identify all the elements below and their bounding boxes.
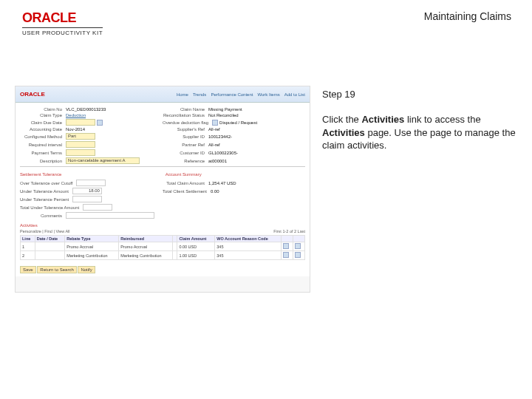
th: Rebate Type: [65, 236, 119, 242]
ss-activities-table: Line Date / Date Rebate Type Reimbursed …: [20, 235, 305, 260]
td: 0.00 USD: [177, 242, 215, 251]
delete-icon[interactable]: [295, 243, 301, 249]
delete-icon[interactable]: [295, 252, 301, 258]
td: [35, 251, 64, 260]
ss-lbl: Over Tolerance over Cutoff: [20, 181, 75, 185]
ss-lbl: Total Under Tolerance Amount: [20, 205, 81, 210]
ss-input[interactable]: [66, 149, 95, 156]
ss-lbl: Overdue deduction flag: [163, 120, 211, 125]
ss-input[interactable]: [76, 180, 106, 186]
th: Date / Date: [35, 236, 64, 242]
ss-personalize[interactable]: Personalize | Find | View All: [20, 229, 70, 233]
ss-body: Claim NoVLC_DED00013233 Claim NameMissin…: [16, 103, 310, 276]
td: [35, 242, 64, 251]
ss-val: VLC_DED00013233: [66, 107, 106, 112]
td: Marketing Contribution: [65, 251, 119, 260]
td: 1.00 USD: [177, 251, 215, 260]
ss-lbl: Claim No: [20, 107, 64, 112]
ss-val: 100123442-: [208, 134, 232, 139]
app-screenshot: ORACLE Home Trends Performance Content W…: [15, 86, 310, 293]
ss-tab-account[interactable]: Account Summary: [166, 172, 202, 177]
ss-activities-link[interactable]: Activities: [20, 223, 305, 228]
th: Claim Amount: [177, 236, 215, 242]
th: Line: [21, 236, 35, 242]
step-body: Click the Activities link to access the …: [322, 113, 517, 152]
ss-input[interactable]: Part: [66, 133, 95, 140]
ss-lbl: Customer ID: [163, 151, 207, 155]
ss-lbl: Required interval: [20, 143, 64, 147]
oracle-logo: ORACLE: [22, 10, 103, 26]
th: WO Account Reason Code: [215, 236, 282, 242]
ss-val: GL100022305-: [208, 151, 238, 155]
doc-header: ORACLE USER PRODUCTIVITY KIT Maintaining…: [0, 0, 532, 41]
ss-link-perf[interactable]: Performance Content: [211, 92, 253, 97]
ss-val: All-ref: [208, 127, 220, 132]
text: Click the: [322, 114, 361, 125]
ss-paging: First 1-2 of 2 Last: [273, 229, 305, 233]
calendar-icon[interactable]: [97, 120, 103, 126]
ss-val: 1,254.47 USD: [208, 181, 236, 185]
ss-lbl: Claim Name: [163, 107, 207, 112]
ss-lbl: Configured Method: [20, 134, 64, 139]
td: [282, 251, 293, 260]
text: link to access the: [404, 114, 480, 125]
th: Reimbursed: [119, 236, 173, 242]
ss-lbl: Description: [20, 159, 64, 163]
ss-input[interactable]: [66, 212, 154, 219]
return-button[interactable]: Return to Search: [37, 266, 76, 273]
ss-link-home[interactable]: Home: [177, 92, 188, 97]
step-title: Step 19: [322, 89, 517, 100]
ss-lbl: Total Client Settlement: [163, 189, 209, 194]
ss-input[interactable]: [66, 141, 95, 148]
ss-val: Disputed / Request: [219, 120, 257, 125]
th: [282, 236, 293, 242]
notify-button[interactable]: Notify: [78, 266, 95, 273]
ss-link-trends[interactable]: Trends: [193, 92, 206, 97]
ss-lbl: Supplier's Ref: [163, 127, 207, 132]
checkbox-icon[interactable]: [212, 120, 218, 126]
ss-lbl: Comments: [20, 214, 64, 218]
td: [293, 251, 305, 260]
ss-lbl: Accounting Date: [20, 127, 64, 132]
ss-val: Not Reconciled: [208, 113, 239, 117]
table-row: 1 Promo Accrual Promo Accrual 0.00 USD 3…: [21, 242, 305, 251]
ss-lbl: Reconciliation Status: [163, 113, 207, 117]
ss-input[interactable]: 18.00: [72, 188, 102, 194]
lookup-icon[interactable]: [283, 243, 289, 249]
activities-bold: Activities: [322, 127, 365, 138]
td: Promo Accrual: [65, 242, 119, 251]
ss-lbl: Under Tolerance Percent: [20, 197, 71, 202]
lookup-icon[interactable]: [283, 252, 289, 258]
ss-input[interactable]: Non-cancelable agreement A: [66, 157, 140, 164]
ss-val: All-ref: [208, 143, 220, 147]
td: Promo Accrual: [119, 242, 173, 251]
ss-input-date[interactable]: [66, 119, 95, 126]
ss-lbl: Total Claim Amount: [163, 181, 207, 185]
td: [293, 242, 305, 251]
td: 345: [215, 242, 282, 251]
save-button[interactable]: Save: [20, 266, 36, 273]
ss-val: Nov-2014: [66, 127, 85, 132]
ss-lbl: Claim Due Date: [20, 120, 64, 125]
ss-link[interactable]: Deduction: [66, 113, 86, 117]
ss-lbl: Reference: [163, 159, 207, 163]
ss-input[interactable]: [72, 196, 102, 202]
ss-lbl: Partner Ref: [163, 143, 207, 147]
ss-nav-links: Home Trends Performance Content Work Ite…: [177, 92, 305, 97]
td: 1: [21, 242, 35, 251]
ss-link-add[interactable]: Add to List: [284, 92, 305, 97]
td: 2: [21, 251, 35, 260]
td: [282, 242, 293, 251]
td: Marketing Contribution: [119, 251, 173, 260]
page-title: Maintaining Claims: [424, 10, 511, 22]
brand-block: ORACLE USER PRODUCTIVITY KIT: [22, 10, 103, 37]
ss-lbl: Claim Type: [20, 113, 64, 117]
ss-input[interactable]: [83, 204, 112, 211]
brand-subtitle: USER PRODUCTIVITY KIT: [22, 27, 103, 36]
ss-val: Missing Payment: [208, 107, 242, 112]
th: [293, 236, 305, 242]
activities-bold: Activities: [361, 114, 404, 125]
ss-tab-settlement[interactable]: Settlement Tolerance: [20, 172, 61, 177]
ss-link-work[interactable]: Work Items: [257, 92, 279, 97]
instruction-panel: Step 19 Click the Activities link to acc…: [322, 86, 517, 293]
